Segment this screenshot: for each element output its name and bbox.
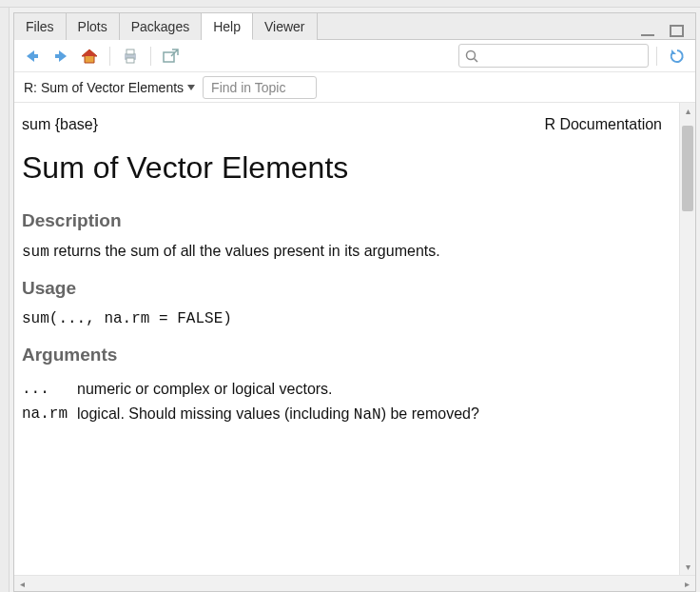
arg-name: ... xyxy=(22,377,77,402)
heading-arguments: Arguments xyxy=(22,345,662,365)
search-icon xyxy=(465,49,478,63)
svg-rect-5 xyxy=(126,49,134,54)
usage-code: sum(..., na.rm = FALSE) xyxy=(22,310,662,327)
scroll-right-icon[interactable]: ▸ xyxy=(679,579,695,589)
svg-rect-3 xyxy=(55,54,61,58)
tab-viewer[interactable]: Viewer xyxy=(253,13,318,40)
arg-name: na.rm xyxy=(22,402,77,427)
svg-point-8 xyxy=(467,50,476,59)
arg-desc: numeric or complex or logical vectors. xyxy=(77,377,489,402)
svg-rect-7 xyxy=(164,52,174,62)
scroll-down-icon[interactable]: ▾ xyxy=(680,559,695,575)
forward-icon[interactable] xyxy=(49,44,73,69)
help-toolbar xyxy=(14,40,695,72)
doc-kind: R Documentation xyxy=(544,116,662,133)
refresh-icon[interactable] xyxy=(665,44,690,69)
help-pane: Files Plots Packages Help Viewer xyxy=(13,12,696,592)
arg-desc: logical. Should missing values (includin… xyxy=(77,402,489,427)
help-document: sum {base} R Documentation Sum of Vector… xyxy=(14,103,679,575)
new-window-icon[interactable] xyxy=(159,44,184,69)
chevron-down-icon xyxy=(187,85,195,90)
tab-files[interactable]: Files xyxy=(14,13,67,40)
breadcrumb-label: R: Sum of Vector Elements xyxy=(24,80,184,95)
find-in-topic-input[interactable]: Find in Topic xyxy=(203,76,317,99)
table-row: na.rm logical. Should missing values (in… xyxy=(22,402,489,427)
minimize-pane-icon[interactable] xyxy=(636,19,661,44)
find-placeholder: Find in Topic xyxy=(211,80,285,95)
svg-rect-6 xyxy=(126,58,134,63)
page-title: Sum of Vector Elements xyxy=(22,150,662,186)
description-rest: returns the sum of all the values presen… xyxy=(49,243,440,259)
scroll-up-icon[interactable]: ▴ xyxy=(680,103,695,119)
maximize-pane-icon[interactable] xyxy=(665,19,690,44)
breadcrumb[interactable]: R: Sum of Vector Elements xyxy=(24,80,195,95)
help-search-box[interactable] xyxy=(458,44,649,68)
heading-description: Description xyxy=(22,210,662,231)
description-text: sum returns the sum of all the values pr… xyxy=(22,243,662,261)
vertical-scrollbar[interactable]: ▴ ▾ xyxy=(679,103,695,575)
svg-rect-0 xyxy=(641,34,654,36)
scroll-thumb[interactable] xyxy=(682,126,693,211)
print-icon[interactable] xyxy=(118,44,143,69)
help-search-input[interactable] xyxy=(478,48,642,64)
table-row: ... numeric or complex or logical vector… xyxy=(22,377,489,402)
tab-packages[interactable]: Packages xyxy=(120,13,202,40)
svg-rect-2 xyxy=(32,54,38,58)
topic-signature: sum {base} xyxy=(22,116,98,133)
tab-plots[interactable]: Plots xyxy=(67,13,120,40)
arguments-table: ... numeric or complex or logical vector… xyxy=(22,377,489,427)
svg-line-9 xyxy=(475,58,478,62)
horizontal-scrollbar[interactable]: ◂ ▸ xyxy=(14,575,695,591)
heading-usage: Usage xyxy=(22,278,662,299)
tab-help[interactable]: Help xyxy=(202,13,253,40)
scroll-left-icon[interactable]: ◂ xyxy=(14,579,30,589)
pane-tabs: Files Plots Packages Help Viewer xyxy=(14,13,695,40)
home-icon[interactable] xyxy=(77,44,102,69)
back-icon[interactable] xyxy=(20,44,45,69)
svg-rect-1 xyxy=(671,26,683,36)
description-code: sum xyxy=(22,244,49,261)
help-subbar: R: Sum of Vector Elements Find in Topic xyxy=(14,72,695,103)
